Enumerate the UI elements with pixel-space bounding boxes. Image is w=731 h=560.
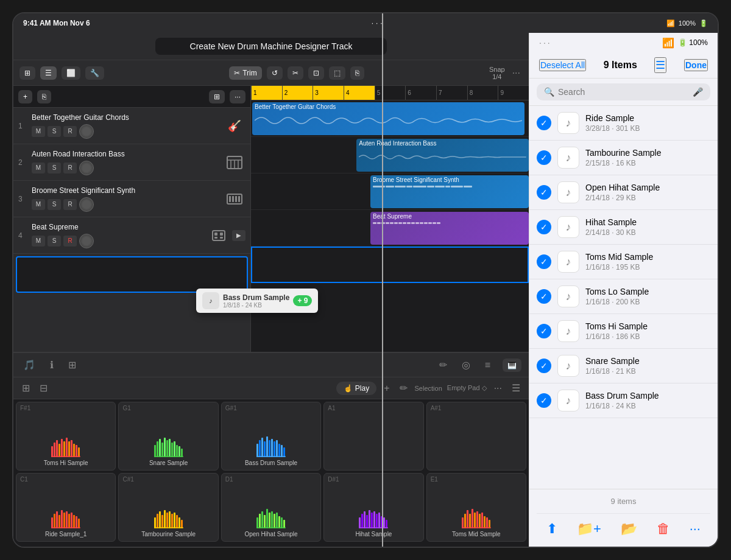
pad-tambourine[interactable]: C#1	[118, 473, 218, 542]
track1-record[interactable]: R	[63, 126, 77, 137]
more-actions-btn[interactable]: ···	[685, 519, 705, 539]
file-item-0[interactable]: ✓ ♪ Ride Sample 3/28/18 · 301 KB	[529, 106, 718, 141]
file-check-2: ✓	[537, 185, 551, 200]
pads-grid-btn[interactable]: ⊞	[19, 380, 32, 396]
rotate-btn[interactable]: ↺	[267, 66, 283, 80]
pads-row-2: C1	[16, 473, 526, 542]
pad-toms-mid[interactable]: E1	[426, 473, 526, 542]
files-done-btn[interactable]: Done	[684, 59, 708, 71]
more-btn[interactable]: ···	[510, 65, 523, 81]
file-item-2[interactable]: ✓ ♪ Open Hihat Sample 2/14/18 · 29 KB	[529, 175, 718, 210]
file-item-1[interactable]: ✓ ♪ Tambourine Sample 2/15/18 · 16 KB	[529, 141, 718, 175]
bottom-browse-btn[interactable]: 🎵	[21, 357, 38, 373]
pad-ride[interactable]: C1	[16, 473, 116, 542]
add-track-btn[interactable]: +	[18, 90, 32, 103]
track2-mute[interactable]: M	[32, 163, 45, 173]
pads-split-btn[interactable]: ⊟	[37, 380, 50, 396]
file-item-6[interactable]: ✓ ♪ Toms Hi Sample 1/16/18 · 186 KB	[529, 314, 718, 349]
svg-rect-34	[169, 439, 171, 457]
svg-rect-97	[369, 510, 370, 528]
svg-rect-23	[71, 440, 72, 457]
pad-bass-drum[interactable]: G#1	[221, 402, 321, 471]
grid-btn[interactable]: ⊞	[19, 66, 35, 80]
track4-expand[interactable]: ▶	[232, 230, 245, 241]
svg-rect-46	[269, 440, 270, 457]
pad-empty-1[interactable]: A1	[323, 402, 423, 471]
share-btn[interactable]: ⬆	[542, 519, 562, 539]
bottom-eq-btn[interactable]: ≡	[482, 357, 493, 373]
mic-icon[interactable]: 🎤	[693, 87, 703, 97]
bottom-layout-btn[interactable]: ⊞	[66, 357, 79, 373]
file-item-4[interactable]: ✓ ♪ Toms Mid Sample 1/16/18 · 195 KB	[529, 245, 718, 279]
track3-solo[interactable]: S	[48, 199, 61, 210]
pad-waveform-7	[154, 506, 183, 528]
svg-rect-89	[278, 516, 280, 528]
segment-guitar[interactable]: Better Together Guitar Chords	[252, 102, 524, 135]
pad-open-hihat[interactable]: D1	[221, 473, 321, 542]
dup-track-btn[interactable]: ⎘	[37, 90, 51, 103]
track3-record[interactable]: R	[63, 199, 77, 210]
top-bar: Create New Drum Machine Designer Track	[13, 33, 529, 60]
move-btn[interactable]: 📂	[616, 519, 642, 539]
file-meta-5: 1/16/18 · 200 KB	[585, 298, 710, 306]
drag-drop-zone[interactable]	[16, 256, 248, 293]
track4-mute[interactable]: M	[32, 236, 45, 247]
track-more-btn[interactable]: ···	[230, 90, 245, 103]
clip-btn[interactable]: ⬜	[62, 66, 80, 80]
pads-more-btn[interactable]: ···	[492, 380, 504, 396]
scissors-btn[interactable]: ✂	[288, 66, 303, 80]
search-input[interactable]	[558, 87, 689, 97]
track3-mute[interactable]: M	[32, 199, 45, 210]
pads-list-btn[interactable]: ☰	[509, 380, 523, 396]
timeline-ruler: 1 2 3 4 5 6 7 8 9	[251, 86, 529, 100]
svg-rect-48	[274, 441, 275, 457]
track3-volume[interactable]	[79, 197, 94, 212]
track2-volume[interactable]	[79, 161, 94, 175]
pad-toms-hi[interactable]: F#1	[16, 402, 116, 471]
svg-rect-84	[266, 509, 268, 528]
copy-btn[interactable]: ⎘	[350, 66, 364, 80]
files-list-view-btn[interactable]: ☰	[654, 57, 666, 73]
track4-volume[interactable]	[79, 234, 94, 248]
file-name-1: Tambourine Sample	[585, 148, 710, 158]
list-btn[interactable]: ☰	[40, 66, 57, 80]
track1-solo[interactable]: S	[48, 126, 61, 137]
add-region-btn[interactable]: ⊞	[209, 90, 225, 103]
file-item-3[interactable]: ✓ ♪ Hihat Sample 2/14/18 · 30 KB	[529, 210, 718, 245]
deselect-all-btn[interactable]: Deselect All	[539, 59, 586, 71]
svg-rect-115	[484, 516, 486, 528]
bottom-dial-btn[interactable]: ◎	[459, 357, 473, 373]
segment-beat[interactable]: Beat Supreme	[370, 212, 529, 245]
resize-btn[interactable]: ⬚	[329, 66, 345, 80]
track2-solo[interactable]: S	[48, 163, 61, 173]
split-btn[interactable]: ⊡	[308, 66, 324, 80]
trim-btn[interactable]: ✂ Trim	[229, 66, 262, 80]
track4-solo[interactable]: S	[48, 236, 61, 247]
segments-area[interactable]: Better Together Guitar Chords	[251, 100, 529, 352]
track4-record[interactable]: R	[63, 236, 77, 247]
pad-snare[interactable]: G1	[118, 402, 218, 471]
pads-pencil-btn[interactable]: ✏	[397, 380, 410, 396]
status-right: 📶 100% 🔋	[666, 19, 708, 27]
delete-btn[interactable]: 🗑	[652, 519, 675, 539]
bottom-pencil-btn[interactable]: ✏	[437, 357, 450, 373]
midi-synth	[370, 184, 529, 189]
add-folder-btn[interactable]: 📁+	[572, 519, 606, 539]
drag-item[interactable]: ♪ Bass Drum Sample 1/8/18 - 24 KB + 9	[196, 289, 318, 313]
track1-volume[interactable]	[79, 124, 94, 139]
svg-rect-100	[376, 514, 378, 528]
file-item-7[interactable]: ✓ ♪ Snare Sample 1/16/18 · 21 KB	[529, 349, 718, 383]
svg-rect-68	[157, 514, 158, 528]
segment-synth[interactable]: Broome Street Significant Synth	[370, 175, 529, 208]
wrench-btn[interactable]: 🔧	[85, 66, 104, 80]
segment-row-5	[251, 247, 529, 283]
piano-btn[interactable]: 🎹	[503, 359, 521, 372]
pad-hihat[interactable]: D#1	[323, 473, 423, 542]
file-item-5[interactable]: ✓ ♪ Toms Lo Sample 1/16/18 · 200 KB	[529, 279, 718, 314]
track1-mute[interactable]: M	[32, 126, 45, 137]
file-item-8[interactable]: ✓ ♪ Bass Drum Sample 1/16/18 · 24 KB	[529, 383, 718, 418]
bottom-info-btn[interactable]: ℹ	[48, 357, 56, 373]
pad-empty-2[interactable]: A#1	[426, 402, 526, 471]
play-btn[interactable]: ☝ Play	[336, 382, 376, 395]
track2-record[interactable]: R	[63, 163, 77, 173]
